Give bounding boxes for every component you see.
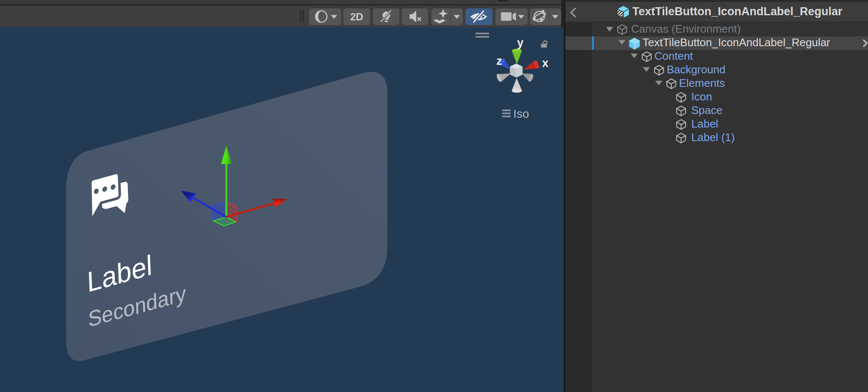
svg-text:y: y [517, 36, 523, 49]
svg-text:x: x [542, 57, 548, 70]
svg-text:Iso: Iso [513, 107, 529, 120]
svg-text:z: z [496, 55, 502, 67]
